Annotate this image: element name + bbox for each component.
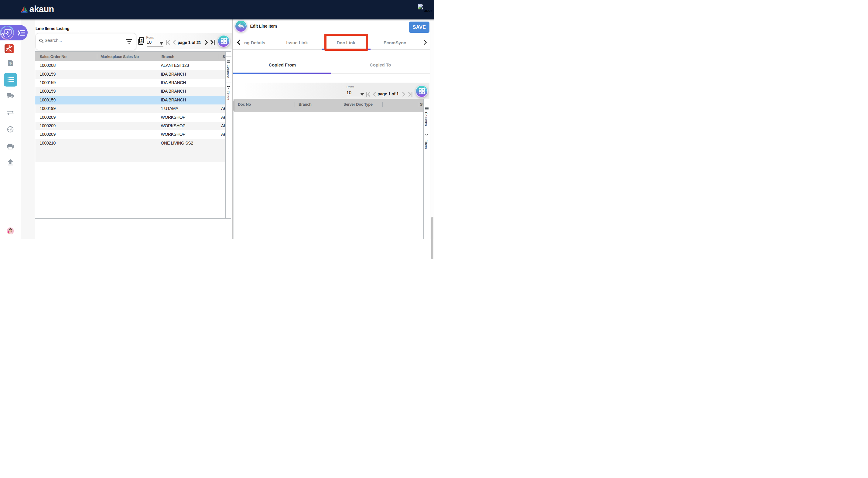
- svg-text:$: $: [9, 61, 11, 65]
- svg-text:2: 2: [140, 38, 143, 43]
- svg-text:$: $: [7, 30, 8, 34]
